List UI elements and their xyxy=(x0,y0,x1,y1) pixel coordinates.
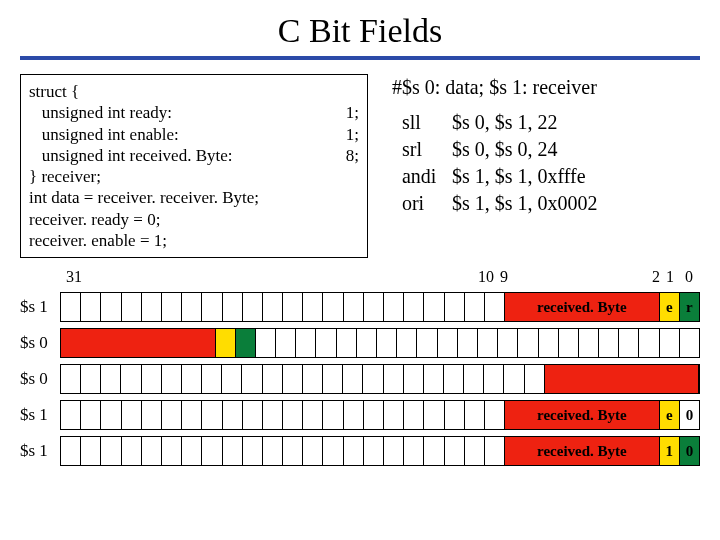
code-line: int data = receiver. receiver. Byte; xyxy=(29,187,259,208)
received-byte-field: received. Byte xyxy=(505,293,660,321)
bit-label-10: 10 xyxy=(460,268,500,286)
bit-grid xyxy=(60,328,700,358)
received-byte-field xyxy=(545,365,699,393)
register-row-s0-srl: $s 0 xyxy=(20,364,700,394)
bit-label-9: 9 xyxy=(500,268,520,286)
received-byte-field: received. Byte xyxy=(505,401,660,429)
code-line: receiver. ready = 0; xyxy=(29,209,160,230)
asm-args: $s 1, $s 1, 0xfffe xyxy=(452,163,586,190)
ready-bit-zero: 0 xyxy=(680,401,699,429)
asm-op: srl xyxy=(392,136,452,163)
received-byte-field xyxy=(61,329,216,357)
ready-bit xyxy=(236,329,256,357)
received-byte-field: received. Byte xyxy=(505,437,660,465)
enable-bit-one: 1 xyxy=(660,437,680,465)
register-row-s1-original: $s 1 received. Byte e r xyxy=(20,292,700,322)
bit-label-31: 31 xyxy=(60,268,88,286)
bit-grid: received. Byte 1 0 xyxy=(60,436,700,466)
enable-bit xyxy=(216,329,236,357)
ready-bit-zero: 0 xyxy=(680,437,699,465)
enable-bit: e xyxy=(660,401,680,429)
page-title: C Bit Fields xyxy=(20,12,700,50)
asm-args: $s 1, $s 1, 0x0002 xyxy=(452,190,598,217)
title-divider xyxy=(20,56,700,60)
bit-label-2: 2 xyxy=(640,268,660,286)
asm-box: #$s 0: data; $s 1: receiver sll$s 0, $s … xyxy=(392,74,700,217)
asm-op: sll xyxy=(392,109,452,136)
code-line: unsigned int received. Byte: xyxy=(29,145,232,166)
bit-index-labels: 31 10 9 2 1 0 xyxy=(60,268,700,286)
code-line: } receiver; xyxy=(29,166,101,187)
code-line: unsigned int enable: xyxy=(29,124,179,145)
bit-label-0: 0 xyxy=(680,268,700,286)
code-line: struct { xyxy=(29,81,79,102)
ready-bit: r xyxy=(680,293,699,321)
bit-grid: received. Byte e r xyxy=(60,292,700,322)
asm-header: #$s 0: data; $s 1: receiver xyxy=(392,74,700,101)
reg-label: $s 0 xyxy=(20,328,60,358)
c-code-box: struct { unsigned int ready:1; unsigned … xyxy=(20,74,368,258)
code-line: unsigned int ready: xyxy=(29,102,172,123)
code-val: 8; xyxy=(338,145,359,166)
reg-label: $s 1 xyxy=(20,436,60,466)
asm-op: andi xyxy=(392,163,452,190)
reg-label: $s 0 xyxy=(20,364,60,394)
asm-args: $s 0, $s 1, 22 xyxy=(452,109,558,136)
reg-label: $s 1 xyxy=(20,400,60,430)
register-row-s0-sll: $s 0 xyxy=(20,328,700,358)
bit-grid: received. Byte e 0 xyxy=(60,400,700,430)
reg-label: $s 1 xyxy=(20,292,60,322)
code-val: 1; xyxy=(338,102,359,123)
asm-op: ori xyxy=(392,190,452,217)
bit-label-1: 1 xyxy=(660,268,680,286)
register-row-s1-andi: $s 1 received. Byte e 0 xyxy=(20,400,700,430)
code-line: receiver. enable = 1; xyxy=(29,230,167,251)
code-val: 1; xyxy=(338,124,359,145)
enable-bit: e xyxy=(660,293,680,321)
register-row-s1-ori: $s 1 received. Byte 1 0 xyxy=(20,436,700,466)
asm-args: $s 0, $s 0, 24 xyxy=(452,136,558,163)
bit-grid xyxy=(60,364,700,394)
